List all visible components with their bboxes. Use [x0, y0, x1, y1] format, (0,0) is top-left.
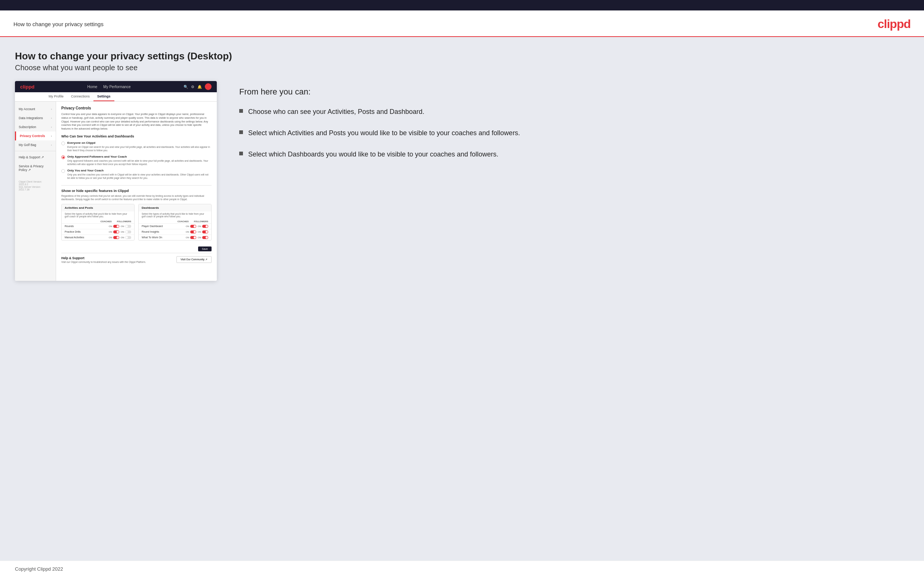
logo: clippd [878, 17, 911, 31]
dashboard-row-round-insights: Round Insights ON ON [139, 229, 211, 235]
bell-icon: 🔔 [197, 85, 202, 89]
bullet-item-2: Select which Activities and Posts you wo… [239, 129, 909, 138]
dashboards-followers-col: FOLLOWERS [194, 220, 208, 222]
toggle-player-followers[interactable] [202, 225, 208, 228]
sidebar-item-golf-bag[interactable]: My Golf Bag › [15, 140, 56, 149]
sidebar-item-privacy-controls[interactable]: Privacy Controls › [15, 131, 56, 140]
mockup-topnav: clippd Home My Performance 🔍 ⚙ 🔔 [15, 81, 217, 92]
toggle-player-coaches[interactable] [190, 225, 196, 228]
header-title: How to change your privacy settings [13, 21, 103, 27]
toggle-insights-followers[interactable] [202, 230, 208, 234]
tab-settings[interactable]: Settings [94, 92, 115, 101]
toggle-work-followers[interactable] [202, 236, 208, 239]
mockup-help-title: Help & Support [61, 256, 146, 260]
radio-circle-followers [61, 155, 65, 159]
sidebar-item-data-integrations[interactable]: Data Integrations › [15, 114, 56, 122]
bullet-text-2: Select which Activities and Posts you wo… [248, 129, 520, 138]
activity-row-practice-drills: Practice Drills ON ON [62, 229, 134, 235]
sidebar-divider [15, 151, 56, 151]
sidebar-item-help-support[interactable]: Help & Support ↗ [15, 153, 56, 162]
dashboard-row-player: Player Dashboard ON ON [139, 223, 211, 229]
bullet-square-3 [239, 152, 243, 155]
activities-table-header: Activities and Posts [62, 204, 134, 211]
activity-row-manual: Manual Activities ON ON [62, 235, 134, 240]
right-panel: From here you can: Choose who can see yo… [232, 81, 909, 160]
tab-connections[interactable]: Connections [67, 92, 94, 101]
privacy-controls-title: Privacy Controls [61, 106, 212, 110]
hide-section-title: Show or hide specific features in Clippd [61, 189, 212, 193]
mockup-nav-icons: 🔍 ⚙ 🔔 [184, 83, 212, 90]
bullet-item-1: Choose who can see your Activities, Post… [239, 107, 909, 116]
chevron-right-icon: › [51, 126, 52, 129]
dashboards-table: Dashboards Select the types of activity … [138, 204, 212, 240]
mockup-nav-performance: My Performance [103, 85, 131, 89]
mockup-help-section: Help & Support Visit our Clippd communit… [61, 253, 212, 263]
top-bar [0, 0, 924, 10]
hide-section-desc: Regardless of the privacy controls that … [61, 194, 212, 201]
chevron-right-icon: › [51, 143, 52, 147]
mockup-logo: clippd [20, 84, 34, 90]
toggle-drills-coaches[interactable] [113, 230, 119, 234]
mockup-sidebar: My Account › Data Integrations › Subscri… [15, 102, 56, 281]
radio-followers[interactable]: Only Approved Followers and Your Coach O… [61, 155, 212, 166]
radio-desc-coach-only: Only you and the coaches you connect wit… [67, 173, 212, 180]
mockup-nav-home: Home [87, 85, 98, 89]
header: How to change your privacy settings clip… [0, 10, 924, 37]
bullet-square-2 [239, 131, 243, 134]
visit-community-button[interactable]: Visit Our Community ↗ [176, 256, 212, 263]
radio-circle-coach-only [61, 169, 65, 173]
activities-cols: COACHES FOLLOWERS [62, 219, 134, 223]
save-row: Save [61, 244, 212, 253]
toggle-drills-followers[interactable] [125, 230, 131, 234]
mockup-nav-links: Home My Performance [87, 85, 131, 89]
mockup-main-panel: Privacy Controls Control how you and you… [56, 102, 217, 281]
mockup-screenshot: clippd Home My Performance 🔍 ⚙ 🔔 My Prof… [15, 81, 217, 281]
radio-desc-followers: Only approved followers and coaches you … [67, 159, 212, 166]
main-content: How to change your privacy settings (Des… [0, 37, 924, 561]
avatar [205, 83, 212, 90]
privacy-controls-desc: Control how you and your data appears to… [61, 113, 212, 131]
sidebar-item-service-privacy[interactable]: Service & Privacy Policy ↗ [15, 162, 56, 174]
sidebar-item-subscription[interactable]: Subscription › [15, 122, 56, 131]
sidebar-item-account[interactable]: My Account › [15, 105, 56, 114]
radio-label-everyone: Everyone on Clippd [67, 141, 212, 145]
toggle-rounds-followers[interactable] [125, 225, 131, 228]
visibility-radio-group: Everyone on Clippd Everyone on Clippd ca… [61, 141, 212, 180]
page-heading: How to change your privacy settings (Des… [15, 50, 909, 62]
toggle-manual-followers[interactable] [125, 236, 131, 239]
toggle-work-coaches[interactable] [190, 236, 196, 239]
bullet-item-3: Select which Dashboards you would like t… [239, 150, 909, 159]
mockup-body: My Account › Data Integrations › Subscri… [15, 102, 217, 281]
radio-coach-only[interactable]: Only You and Your Coach Only you and the… [61, 169, 212, 180]
followers-col-label: FOLLOWERS [117, 220, 131, 222]
activities-table-desc: Select the types of activity that you'd … [62, 211, 134, 219]
radio-everyone[interactable]: Everyone on Clippd Everyone on Clippd ca… [61, 141, 212, 152]
tab-my-profile[interactable]: My Profile [45, 92, 67, 101]
save-button[interactable]: Save [198, 247, 212, 251]
dashboard-row-what-to-work-on: What To Work On ON ON [139, 235, 211, 240]
mockup-help-desc: Visit our Clippd community to troublesho… [61, 261, 146, 263]
dashboards-table-header: Dashboards [139, 204, 211, 211]
radio-label-coach-only: Only You and Your Coach [67, 169, 212, 172]
toggle-manual-coaches[interactable] [113, 236, 119, 239]
coaches-col-label: COACHES [100, 220, 112, 222]
content-row: clippd Home My Performance 🔍 ⚙ 🔔 My Prof… [15, 81, 909, 281]
hide-section: Show or hide specific features in Clippd… [61, 185, 212, 253]
toggle-insights-coaches[interactable] [190, 230, 196, 234]
bullet-square-1 [239, 109, 243, 113]
dashboards-cols: COACHES FOLLOWERS [139, 219, 211, 223]
chevron-right-icon: › [51, 108, 52, 111]
features-tables-row: Activities and Posts Select the types of… [61, 204, 212, 240]
search-icon: 🔍 [184, 85, 188, 89]
radio-label-followers: Only Approved Followers and Your Coach [67, 155, 212, 158]
radio-circle-everyone [61, 142, 65, 145]
dashboards-coaches-col: COACHES [178, 220, 189, 222]
mockup-tabs: My Profile Connections Settings [15, 92, 217, 102]
toggle-rounds-coaches[interactable] [113, 225, 119, 228]
bullet-list: Choose who can see your Activities, Post… [239, 107, 909, 160]
from-here-title: From here you can: [239, 87, 909, 97]
bullet-text-3: Select which Dashboards you would like t… [248, 150, 498, 159]
footer: Copyright Clippd 2022 [0, 561, 924, 577]
who-can-see-title: Who Can See Your Activities and Dashboar… [61, 134, 212, 138]
bullet-text-1: Choose who can see your Activities, Post… [248, 107, 424, 116]
